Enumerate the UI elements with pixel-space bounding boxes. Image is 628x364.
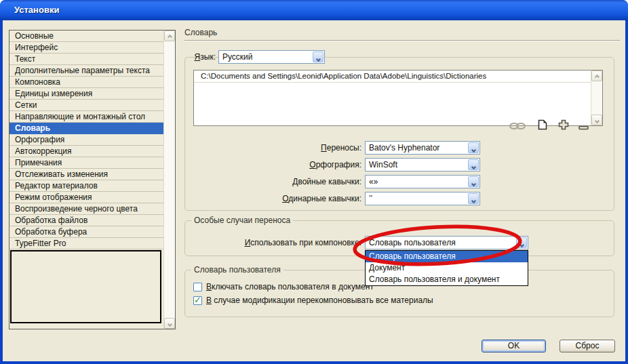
sidebar-item-composition[interactable]: Компоновка xyxy=(9,77,163,88)
dictionary-path-list[interactable]: C:\Documents and Settings\Leonid\Applica… xyxy=(193,70,603,126)
sidebar-item-typefitter[interactable]: TypeFitter Pro xyxy=(9,238,163,249)
chevron-up-icon xyxy=(594,75,599,79)
remove-dictionary-button[interactable] xyxy=(578,123,589,133)
page-title: Словарь xyxy=(184,28,217,37)
double-quotes-value: «» xyxy=(369,177,378,186)
chevron-down-icon xyxy=(167,322,172,327)
sidebar-item-notes[interactable]: Примечания xyxy=(9,157,163,169)
dropdown-option-user-dictionary[interactable]: Словарь пользователя xyxy=(366,251,528,262)
single-quotes-label: Одинарные кавычки: xyxy=(189,194,361,203)
chain-link-icon xyxy=(509,122,526,130)
single-quotes-select[interactable]: ’’ xyxy=(365,192,480,205)
checkmark-icon: ✓ xyxy=(194,295,201,305)
scroll-down-button[interactable] xyxy=(164,318,175,329)
compose-with-select[interactable]: Словарь пользователя xyxy=(365,236,528,249)
hyphenation-value: Batov's Hyphenator xyxy=(369,143,439,153)
combo-arrow-icon[interactable] xyxy=(468,176,479,187)
sidebar-item-story-editor[interactable]: Редактор материалов xyxy=(9,180,163,192)
combo-arrow-icon[interactable] xyxy=(516,237,527,248)
sidebar-item-interface[interactable]: Интерфейс xyxy=(9,42,163,54)
user-dictionary-title: Словарь пользователя xyxy=(191,265,283,275)
scroll-down-button[interactable] xyxy=(591,115,602,125)
minus-icon xyxy=(578,125,589,131)
combo-arrow-icon[interactable] xyxy=(313,52,323,62)
scroll-up-button[interactable] xyxy=(591,70,602,81)
sidebar-item-general[interactable]: Основные xyxy=(9,31,163,42)
new-document-icon xyxy=(538,119,547,130)
sidebar-item-units[interactable]: Единицы измерения xyxy=(9,88,163,100)
sidebar-item-file-handling[interactable]: Обработка файлов xyxy=(9,215,163,226)
sidebar-item-display[interactable]: Режим отображения xyxy=(9,192,163,203)
sidebar-item-grids[interactable]: Сетки xyxy=(9,100,163,111)
reset-button[interactable]: Сброс xyxy=(560,340,615,352)
dictionary-path-item[interactable]: C:\Documents and Settings\Leonid\Applica… xyxy=(194,70,591,83)
recompose-on-modify-checkbox[interactable]: ✓ xyxy=(193,296,202,305)
embed-user-dictionary-checkbox[interactable] xyxy=(193,283,202,291)
spelling-label: Орфография: xyxy=(189,160,361,169)
dialog-content: Основные Интерфейс Текст Дополнительные … xyxy=(3,20,625,361)
hyphenation-label: Переносы: xyxy=(189,143,361,153)
dropdown-option-document[interactable]: Документ xyxy=(366,262,528,274)
sidebar-item-autocorrect[interactable]: Автокоррекция xyxy=(9,146,163,157)
spelling-value: WinSoft xyxy=(369,160,397,169)
sidebar-item-track-changes[interactable]: Отслеживать изменения xyxy=(9,169,163,180)
compose-with-label: Использовать при компоновке: xyxy=(189,238,361,247)
sidebar-scrollbar[interactable] xyxy=(163,31,175,329)
sidebar-item-clipboard[interactable]: Обработка буфера xyxy=(9,226,163,238)
language-label: Язык: xyxy=(164,52,216,62)
sidebar-item-dictionary[interactable]: Словарь xyxy=(9,123,163,134)
path-scrollbar[interactable] xyxy=(591,70,602,125)
hyphenation-exceptions-title: Особые случаи переноса xyxy=(191,216,293,225)
chevron-down-icon xyxy=(594,119,599,123)
single-quotes-value: ’’ xyxy=(369,194,372,203)
sidebar-item-guides[interactable]: Направляющие и монтажный стол xyxy=(9,111,163,123)
chevron-up-icon xyxy=(167,35,172,39)
spelling-select[interactable]: WinSoft xyxy=(365,158,480,171)
section-divider xyxy=(184,40,620,41)
combo-arrow-icon[interactable] xyxy=(468,142,479,153)
add-dictionary-button[interactable] xyxy=(558,119,569,132)
plus-icon xyxy=(558,119,569,130)
ok-button[interactable]: OK xyxy=(482,340,546,352)
ok-button-label: OK xyxy=(508,341,519,350)
window-title: Установки xyxy=(14,5,59,15)
sidebar-item-black-appearance[interactable]: Воспроизведение черного цвета xyxy=(9,203,163,215)
preferences-dialog: Установки Основные Интерфейс Текст Допол… xyxy=(0,0,628,364)
double-quotes-label: Двойные кавычки: xyxy=(189,177,361,186)
combo-arrow-icon[interactable] xyxy=(468,159,479,170)
language-value: Русский xyxy=(222,52,253,62)
sidebar-preview-box xyxy=(10,250,161,323)
relink-dictionary-button[interactable] xyxy=(509,122,526,132)
category-listbox: Основные Интерфейс Текст Дополнительные … xyxy=(9,30,176,329)
new-dictionary-button[interactable] xyxy=(538,119,547,132)
sidebar-item-text[interactable]: Текст xyxy=(9,54,163,65)
recompose-on-modify-label[interactable]: В случае модификации перекомпоновывать в… xyxy=(206,296,433,305)
embed-user-dictionary-label[interactable]: Включать словарь пользователя в документ xyxy=(206,282,374,291)
double-quotes-select[interactable]: «» xyxy=(365,175,480,188)
compose-with-dropdown: Словарь пользователя Документ Словарь по… xyxy=(365,250,528,286)
language-select[interactable]: Русский xyxy=(218,50,325,64)
sidebar-item-spelling[interactable]: Орфография xyxy=(9,134,163,146)
sidebar-item-advanced-text[interactable]: Дополнительные параметры текста xyxy=(9,65,163,77)
category-list: Основные Интерфейс Текст Дополнительные … xyxy=(9,31,163,249)
dropdown-option-user-dictionary-and-document[interactable]: Словарь пользователя и документ xyxy=(366,274,528,285)
compose-with-value: Словарь пользователя xyxy=(369,238,456,247)
reset-button-label: Сброс xyxy=(576,341,600,350)
hyphenation-select[interactable]: Batov's Hyphenator xyxy=(365,141,480,155)
combo-arrow-icon[interactable] xyxy=(468,193,479,204)
titlebar[interactable]: Установки xyxy=(0,0,628,20)
scroll-up-button[interactable] xyxy=(164,31,175,41)
